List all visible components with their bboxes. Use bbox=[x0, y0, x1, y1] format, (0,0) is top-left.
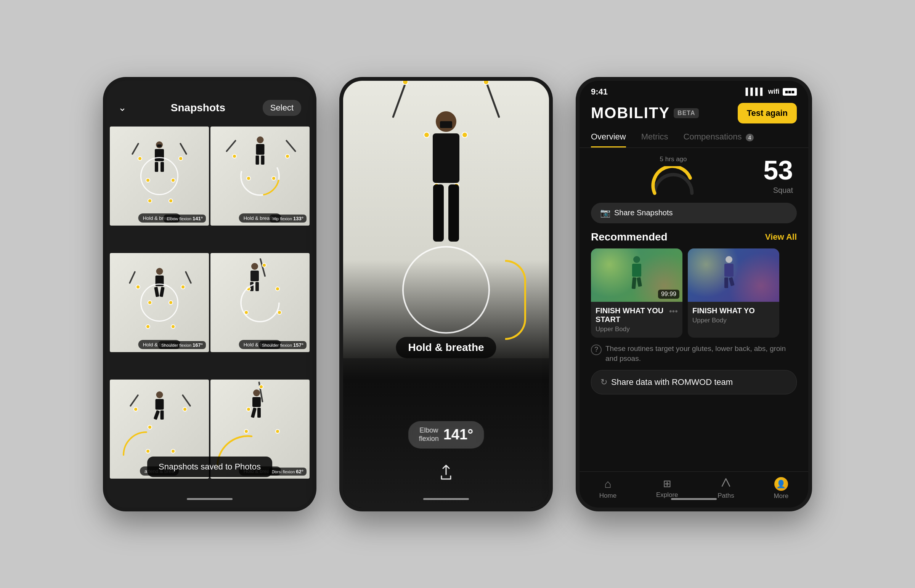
card-image-2 bbox=[688, 249, 779, 302]
joint-dot bbox=[178, 156, 183, 161]
card-subtitle-2: Upper Body bbox=[692, 317, 775, 324]
paths-nav-icon bbox=[721, 477, 731, 490]
score-number: 53 bbox=[763, 157, 793, 184]
routines-hint: ? These routines target your glutes, low… bbox=[579, 338, 808, 370]
yellow-arc bbox=[505, 260, 526, 340]
joint-dot-shoulder-r bbox=[462, 132, 468, 138]
tab-metrics[interactable]: Metrics bbox=[641, 127, 668, 147]
snapshots-title: Snapshots bbox=[133, 102, 263, 114]
share-icon[interactable] bbox=[439, 465, 453, 484]
card-title-1: FINISH WHAT YOU START bbox=[595, 306, 669, 324]
card-header-row-1: FINISH WHAT YOU START Upper Body ••• bbox=[595, 306, 678, 333]
home-nav-label: Home bbox=[599, 492, 616, 499]
snapshot-metric-1: Elbow flexion 141° bbox=[163, 215, 206, 223]
home-indicator-2 bbox=[423, 498, 469, 500]
camera-icon: 📷 bbox=[600, 208, 610, 218]
hold-breathe-label: Hold & breathe bbox=[396, 337, 496, 358]
status-bar: 9:41 ▌▌▌▌ wifi ■■■ bbox=[579, 81, 808, 97]
exercise-ring bbox=[402, 246, 490, 333]
nav-item-paths[interactable]: Paths bbox=[718, 477, 734, 499]
home-indicator-1 bbox=[187, 498, 233, 500]
section-header: Recommended View All bbox=[591, 231, 797, 243]
metric-pill: Elbow flexion 141° bbox=[408, 421, 484, 448]
nav-tabs: Overview Metrics Compensations 4 bbox=[579, 127, 808, 148]
saved-toast: Snapshots saved to Photos bbox=[147, 457, 272, 477]
app-header: MOBILITY BETA Test again bbox=[579, 97, 808, 127]
view-all-link[interactable]: View All bbox=[765, 232, 797, 242]
score-arc-svg bbox=[648, 166, 698, 197]
screenshot-container: ⌄ Snapshots Select bbox=[0, 0, 915, 588]
select-button[interactable]: Select bbox=[263, 100, 301, 116]
mobility-screen: 9:41 ▌▌▌▌ wifi ■■■ MOBILITY BETA Test ag… bbox=[579, 81, 808, 507]
bottom-nav: ⌂ Home ⊞ Explore Paths bbox=[579, 472, 808, 507]
joint-dot bbox=[145, 324, 150, 329]
snapshot-metric-2: Hip flexion 133° bbox=[270, 215, 307, 223]
phone-mobility: 9:41 ▌▌▌▌ wifi ■■■ MOBILITY BETA Test ag… bbox=[576, 77, 812, 511]
tab-compensations[interactable]: Compensations 4 bbox=[684, 127, 754, 147]
card-pattern-2 bbox=[688, 249, 779, 302]
share-data-icon: ↻ bbox=[600, 377, 607, 387]
snapshot-metric-3: Shoulder flexion 167° bbox=[158, 341, 206, 349]
snapshot-circle bbox=[140, 157, 178, 195]
test-again-button[interactable]: Test again bbox=[738, 103, 797, 123]
recommended-section: Recommended View All bbox=[579, 231, 808, 338]
nav-item-home[interactable]: ⌂ Home bbox=[599, 478, 616, 499]
paths-nav-label: Paths bbox=[718, 492, 734, 499]
home-nav-icon: ⌂ bbox=[604, 478, 611, 490]
nav-item-more[interactable]: 👤 More bbox=[774, 477, 789, 500]
more-avatar: 👤 bbox=[774, 477, 788, 491]
svg-point-2 bbox=[241, 284, 279, 321]
compensations-badge: 4 bbox=[746, 134, 754, 141]
app-name: MOBILITY bbox=[591, 104, 670, 121]
share-snapshots-label: Share Snapshots bbox=[614, 208, 673, 217]
time-ago: 5 hrs ago bbox=[660, 155, 687, 163]
joint-dot bbox=[246, 407, 251, 412]
status-time: 9:41 bbox=[591, 87, 608, 97]
hint-text: These routines target your glutes, lower… bbox=[605, 344, 797, 364]
more-nav-label: More bbox=[774, 492, 789, 500]
share-snapshots-button[interactable]: 📷 Share Snapshots bbox=[591, 203, 797, 223]
card-image-1: 99:99 bbox=[591, 249, 682, 302]
snapshot-cell-2[interactable]: Hold & breathe Hip flexion 133° bbox=[210, 126, 310, 226]
score-section: 5 hrs ago 53 Squat bbox=[579, 152, 808, 203]
card-body-1: FINISH WHAT YOU START Upper Body ••• bbox=[591, 302, 682, 338]
snapshots-screen: ⌄ Snapshots Select bbox=[107, 81, 313, 507]
card-row: 99:99 FINISH WHAT YOU START Upper Body •… bbox=[591, 249, 797, 338]
joint-dot bbox=[171, 324, 175, 329]
beta-badge: BETA bbox=[674, 108, 699, 118]
nav-item-explore[interactable]: ⊞ Explore bbox=[656, 478, 678, 499]
home-indicator-3 bbox=[671, 498, 717, 500]
workout-card-2[interactable]: FINISH WHAT YO Upper Body bbox=[688, 249, 779, 338]
chevron-down-icon[interactable]: ⌄ bbox=[118, 102, 133, 113]
snapshot-cell-4[interactable]: Hold & breathe Shoulder flexion 157° bbox=[210, 253, 310, 352]
share-data-label: Share data with ROMWOD team bbox=[611, 377, 733, 387]
phone-exercise: Hold & breathe Elbow flexion 141° bbox=[339, 77, 553, 511]
joint-dot bbox=[137, 156, 142, 161]
snapshot-metric-4: Shoulder flexion 157° bbox=[259, 341, 307, 349]
card-title-2: FINISH WHAT YO bbox=[692, 306, 775, 315]
tab-overview[interactable]: Overview bbox=[591, 127, 626, 147]
hint-icon: ? bbox=[591, 344, 601, 355]
arc-svg-2 bbox=[239, 155, 281, 197]
snapshots-header: ⌄ Snapshots Select bbox=[107, 81, 313, 123]
joint-dot bbox=[136, 285, 140, 289]
joint-dot bbox=[171, 449, 175, 454]
app-logo: MOBILITY BETA bbox=[591, 104, 699, 121]
exercise-screen: Hold & breathe Elbow flexion 141° bbox=[343, 81, 549, 507]
arc-svg-5 bbox=[120, 428, 150, 459]
snapshot-cell-3[interactable]: Hold & breathe Shoulder flexion 167° bbox=[110, 253, 209, 352]
joint-dot bbox=[262, 263, 267, 268]
share-data-button[interactable]: ↻ Share data with ROMWOD team bbox=[591, 370, 797, 394]
signal-icon: ▌▌▌▌ bbox=[746, 88, 765, 96]
snapshot-cell-1[interactable]: Hold & breathe Elbow flexion 141° bbox=[110, 126, 209, 226]
joint-dot bbox=[244, 429, 249, 434]
card-menu-1[interactable]: ••• bbox=[669, 306, 678, 316]
exercise-figure bbox=[433, 111, 459, 242]
workout-card-1[interactable]: 99:99 FINISH WHAT YOU START Upper Body •… bbox=[591, 249, 682, 338]
status-icons: ▌▌▌▌ wifi ■■■ bbox=[746, 88, 797, 96]
joint-dot bbox=[181, 285, 185, 289]
recommended-title: Recommended bbox=[591, 231, 668, 243]
snapshots-grid: Hold & breathe Elbow flexion 141° bbox=[107, 123, 313, 507]
card-body-2: FINISH WHAT YO Upper Body bbox=[688, 302, 779, 329]
arc-svg-4 bbox=[239, 282, 281, 323]
